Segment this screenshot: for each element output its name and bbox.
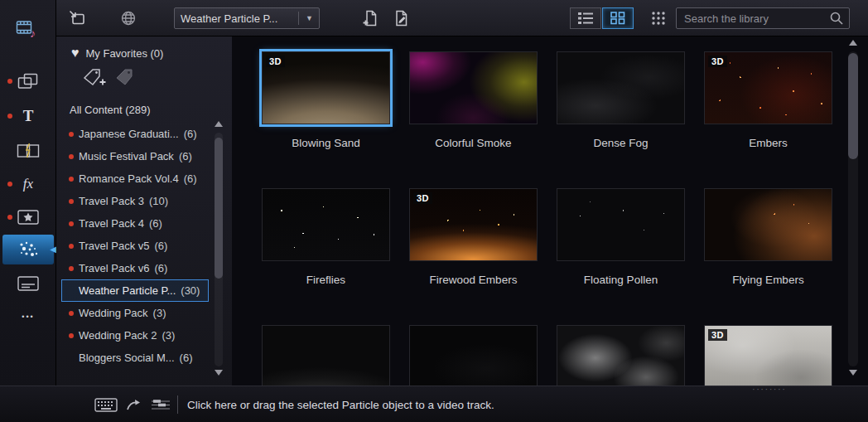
badge-3d: 3D [266, 56, 285, 67]
particle-grid: 3D Blowing Sand Colorful Smoke Dense Fog… [232, 36, 868, 386]
badge-3d: 3D [708, 329, 727, 341]
thumbnail: 3D [262, 51, 390, 124]
library-menu-button[interactable] [646, 7, 671, 29]
thumbnail: 3D [409, 188, 538, 261]
tree-item-bloggers-social[interactable]: Bloggers Social M... (6) [56, 347, 212, 369]
subtitle-room-button[interactable] [0, 267, 56, 300]
particle-room-button[interactable]: ◀ [0, 233, 56, 266]
tree-scrollbar-thumb[interactable] [215, 138, 223, 279]
grid-item-embers[interactable]: 3D Embers [704, 51, 832, 149]
timeline-tracks-icon [151, 398, 171, 411]
tag-icon [115, 68, 134, 87]
tree-item-count: (10) [149, 195, 168, 207]
grid-item-partial-3[interactable] [557, 325, 685, 386]
category-dropdown-value: Weather Particle P... [181, 12, 277, 25]
add-tag-icon [83, 68, 107, 87]
title-room-button[interactable]: T [0, 99, 56, 133]
tree-item-wedding-pack-2[interactable]: Wedding Pack 2 (3) [56, 324, 212, 347]
selected-room-marker-icon: ◀ [50, 245, 56, 254]
create-template-button[interactable] [358, 7, 383, 29]
download-content-button[interactable] [116, 7, 141, 29]
tree-item-label: Travel Pack v5 [79, 240, 150, 252]
panel-resize-grip[interactable]: ········ [752, 384, 786, 394]
title-room-icon: T [23, 107, 34, 125]
scroll-up-arrow[interactable] [215, 121, 223, 127]
grid-view-icon [610, 12, 625, 25]
tree-item-label: Romance Pack Vol.4 [79, 172, 179, 185]
search-box [676, 7, 850, 29]
new-document-plus-icon [360, 8, 380, 28]
grid-item-partial-4[interactable]: 3D [704, 325, 832, 386]
video-track-button[interactable] [151, 398, 171, 411]
grid-item-flying-embers[interactable]: Flying Embers [704, 188, 832, 286]
tree-item-count: (6) [149, 217, 162, 230]
tree-item-travel-pack-3[interactable]: Travel Pack 3 (10) [56, 190, 212, 212]
document-pencil-icon [392, 8, 412, 28]
keyboard-icon [94, 398, 118, 412]
keyboard-button[interactable] [94, 398, 118, 412]
overlay-room-button[interactable] [0, 65, 56, 98]
particle-room-icon [17, 240, 40, 260]
new-content-dot [69, 311, 74, 316]
media-room-button[interactable]: ♪ [0, 12, 56, 46]
category-dropdown[interactable]: Weather Particle P... ▼ [174, 7, 320, 29]
grid-item-dense-fog[interactable]: Dense Fog [557, 51, 685, 149]
more-rooms-button[interactable]: ••• [0, 300, 56, 333]
tree-item-count: (6) [155, 262, 168, 274]
grid-item-fireflies[interactable]: Fireflies [262, 188, 390, 286]
new-content-dot [69, 132, 74, 137]
scroll-down-arrow[interactable] [849, 370, 857, 376]
tree-item-music-festival[interactable]: Music Festival Pack (6) [56, 145, 212, 167]
tree-item-count: (6) [179, 150, 192, 162]
grid-item-label: Flying Embers [704, 274, 832, 286]
grid-item-firewood-embers[interactable]: 3D Firewood Embers [409, 188, 538, 286]
search-icon[interactable] [829, 11, 844, 26]
grid-item-partial-2[interactable] [409, 325, 538, 386]
add-tag-button[interactable] [83, 68, 107, 87]
grid-scrollbar-thumb[interactable] [848, 53, 858, 159]
grid-item-partial-1[interactable] [262, 325, 390, 386]
import-icon [67, 8, 87, 28]
subtitle-room-icon [17, 275, 39, 292]
grid-item-floating-pollen[interactable]: Floating Pollen [557, 188, 685, 286]
heart-icon: ♥ [71, 46, 80, 60]
tree-item-japanese-graduation[interactable]: Japanese Graduati... (6) [56, 123, 212, 145]
transition-room-button[interactable] [0, 134, 56, 167]
tree-item-count: (6) [180, 352, 193, 364]
send-to-timeline-button[interactable] [126, 398, 142, 411]
tree-item-count: (6) [184, 172, 197, 185]
search-input[interactable] [684, 12, 829, 25]
tree-item-weather-particle-selected[interactable]: Weather Particle P... (30) [61, 279, 209, 302]
tree-item-wedding-pack[interactable]: Wedding Pack (3) [56, 302, 212, 324]
tree-item-travel-pack-v5[interactable]: Travel Pack v5 (6) [56, 235, 212, 257]
details-view-button[interactable] [570, 7, 601, 29]
new-content-dot [7, 79, 12, 84]
tree-item-label: Bloggers Social M... [79, 352, 175, 364]
tree-item-label: Wedding Pack 2 [79, 329, 157, 342]
tree-item-travel-pack-4[interactable]: Travel Pack 4 (6) [56, 212, 212, 235]
remove-tag-button[interactable] [115, 68, 134, 87]
status-hint[interactable]: Click here or drag the selected Particle… [187, 386, 494, 422]
edit-template-button[interactable] [389, 7, 414, 29]
thumbnail [409, 325, 538, 386]
tree-item-travel-pack-v6[interactable]: Travel Pack v6 (6) [56, 257, 212, 279]
grid-item-label: Colorful Smoke [409, 137, 538, 149]
import-media-button[interactable] [65, 7, 89, 29]
my-favorites-item[interactable]: ♥ My Favorites (0) [71, 46, 163, 60]
grid-item-label: Blowing Sand [262, 137, 390, 149]
thumbnail [409, 51, 538, 124]
pip-objects-room-button[interactable] [0, 201, 56, 234]
effect-room-button[interactable]: fx [0, 167, 56, 201]
thumbnail-view-button[interactable] [602, 7, 634, 29]
tree-item-label: Wedding Pack [79, 307, 148, 319]
scroll-down-arrow[interactable] [215, 370, 223, 376]
thumbnail: 3D [704, 51, 832, 124]
grid-item-colorful-smoke[interactable]: Colorful Smoke [409, 51, 538, 149]
thumbnail [262, 325, 390, 386]
tree-item-romance-pack[interactable]: Romance Pack Vol.4 (6) [56, 167, 212, 190]
new-content-dot [69, 244, 74, 249]
transition-room-icon [17, 143, 40, 159]
scroll-up-arrow[interactable] [849, 40, 857, 46]
grid-item-blowing-sand[interactable]: 3D Blowing Sand [262, 51, 390, 149]
all-content-item[interactable]: All Content (289) [70, 104, 151, 116]
